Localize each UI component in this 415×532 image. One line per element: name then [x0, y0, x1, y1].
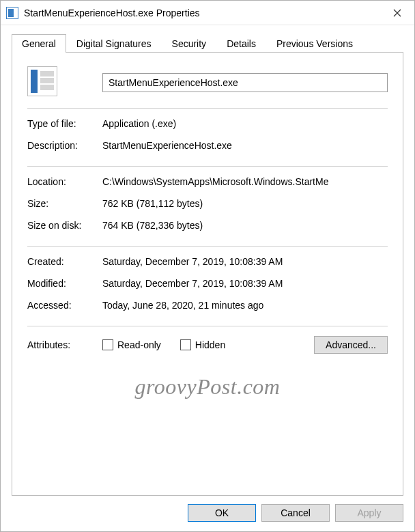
close-button[interactable] — [382, 1, 413, 25]
tab-previous-versions[interactable]: Previous Versions — [266, 34, 363, 53]
dialog-footer: OK Cancel Apply — [1, 496, 414, 531]
file-icon-cell — [27, 66, 102, 98]
readonly-label: Read-only — [117, 339, 161, 350]
location-label: Location: — [27, 176, 102, 187]
type-value: Application (.exe) — [102, 118, 388, 129]
advanced-button[interactable]: Advanced... — [314, 336, 388, 354]
size-on-disk-value: 764 KB (782,336 bytes) — [102, 220, 388, 231]
description-row: Description: StartMenuExperienceHost.exe — [27, 140, 388, 156]
close-icon — [393, 9, 401, 17]
attributes-row: Attributes: Read-only Hidden Advanced... — [27, 336, 388, 354]
checkbox-icon — [180, 339, 191, 350]
tab-general[interactable]: General — [12, 34, 66, 53]
separator — [27, 326, 388, 326]
general-panel: Type of file: Application (.exe) Descrip… — [12, 52, 403, 496]
window-title: StartMenuExperienceHost.exe Properties — [24, 8, 382, 18]
app-icon — [6, 7, 18, 19]
location-value: C:\Windows\SystemApps\Microsoft.Windows.… — [102, 176, 388, 187]
apply-button[interactable]: Apply — [335, 504, 403, 522]
accessed-label: Accessed: — [27, 300, 102, 311]
watermark-text: groovyPost.com — [27, 374, 388, 400]
separator — [27, 166, 388, 167]
size-value: 762 KB (781,112 bytes) — [102, 198, 388, 209]
hidden-label: Hidden — [195, 339, 225, 350]
size-row: Size: 762 KB (781,112 bytes) — [27, 198, 388, 214]
size-label: Size: — [27, 198, 102, 209]
modified-row: Modified: Saturday, December 7, 2019, 10… — [27, 278, 388, 294]
created-row: Created: Saturday, December 7, 2019, 10:… — [27, 256, 388, 272]
separator — [27, 246, 388, 247]
tab-strip: General Digital Signatures Security Deta… — [12, 34, 403, 53]
ok-button[interactable]: OK — [188, 504, 256, 522]
location-row: Location: C:\Windows\SystemApps\Microsof… — [27, 176, 388, 193]
type-label: Type of file: — [27, 118, 102, 129]
tab-security[interactable]: Security — [162, 34, 217, 53]
application-icon — [27, 66, 57, 96]
titlebar: StartMenuExperienceHost.exe Properties — [1, 1, 414, 25]
modified-value: Saturday, December 7, 2019, 10:08:39 AM — [102, 278, 388, 289]
properties-window: StartMenuExperienceHost.exe Properties G… — [0, 0, 415, 532]
readonly-checkbox[interactable]: Read-only — [102, 339, 161, 350]
created-label: Created: — [27, 256, 102, 267]
size-on-disk-label: Size on disk: — [27, 220, 102, 231]
checkbox-icon — [102, 339, 113, 350]
content-area: General Digital Signatures Security Deta… — [1, 25, 414, 496]
cancel-button[interactable]: Cancel — [261, 504, 330, 522]
accessed-row: Accessed: Today, June 28, 2020, 21 minut… — [27, 300, 388, 316]
description-label: Description: — [27, 140, 102, 151]
created-value: Saturday, December 7, 2019, 10:08:39 AM — [102, 256, 388, 267]
size-on-disk-row: Size on disk: 764 KB (782,336 bytes) — [27, 220, 388, 236]
attributes-label: Attributes: — [27, 339, 102, 350]
separator — [27, 108, 388, 109]
modified-label: Modified: — [27, 278, 102, 289]
description-value: StartMenuExperienceHost.exe — [102, 140, 388, 151]
hidden-checkbox[interactable]: Hidden — [180, 339, 225, 350]
tab-details[interactable]: Details — [216, 34, 266, 53]
accessed-value: Today, June 28, 2020, 21 minutes ago — [102, 300, 388, 311]
type-row: Type of file: Application (.exe) — [27, 118, 388, 135]
filename-input[interactable] — [102, 73, 388, 92]
tab-digital-signatures[interactable]: Digital Signatures — [66, 34, 162, 53]
filename-row — [27, 66, 388, 98]
